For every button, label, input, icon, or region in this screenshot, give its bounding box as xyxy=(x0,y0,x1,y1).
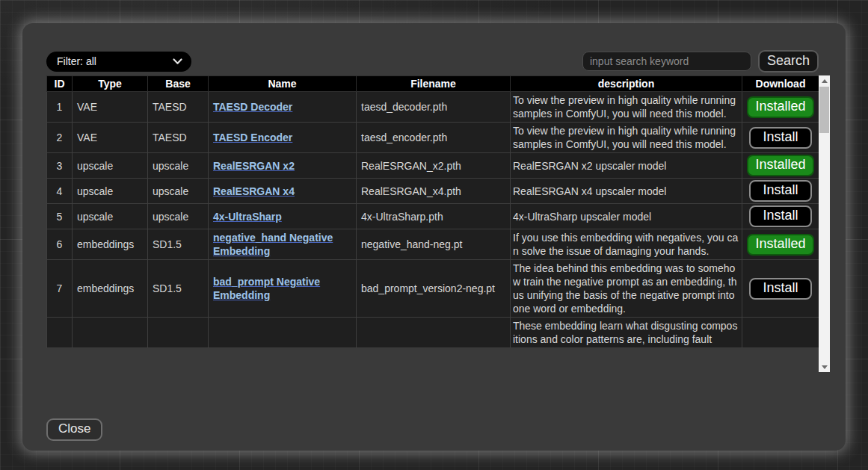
chevron-down-icon xyxy=(173,58,182,65)
cell-description: To view the preview in high quality whil… xyxy=(511,123,742,153)
model-name-link[interactable]: RealESRGAN x2 xyxy=(213,160,295,172)
cell-name: TAESD Decoder xyxy=(209,92,357,123)
cell-base: upscale xyxy=(148,204,209,229)
installed-button[interactable]: Installed xyxy=(747,155,813,176)
cell-name: RealESRGAN x4 xyxy=(209,179,357,204)
model-name-link[interactable]: TAESD Decoder xyxy=(213,101,292,113)
cell-id: 1 xyxy=(47,92,73,123)
cell-type xyxy=(73,318,148,348)
cell-filename: taesd_decoder.pth xyxy=(357,92,511,123)
table-header-row: IDTypeBaseNameFilenamedescriptionDownloa… xyxy=(47,76,819,92)
cell-filename xyxy=(357,318,511,348)
cell-download: Installed xyxy=(742,92,819,123)
cell-name: negative_hand Negative Embedding xyxy=(209,229,357,260)
cell-description: RealESRGAN x2 upscaler model xyxy=(511,153,742,179)
column-header-download: Download xyxy=(742,76,819,92)
toolbar: Filter: all Search xyxy=(46,50,819,72)
vertical-scrollbar[interactable] xyxy=(819,75,830,372)
cell-filename: bad_prompt_version2-neg.pt xyxy=(357,260,511,318)
cell-description: To view the preview in high quality whil… xyxy=(511,92,742,123)
table-row: 4upscaleupscaleRealESRGAN x4RealESRGAN_x… xyxy=(47,179,819,204)
cell-id: 7 xyxy=(47,260,73,318)
scroll-down-button[interactable] xyxy=(819,362,830,372)
cell-base: TAESD xyxy=(148,92,209,123)
cell-name: 4x-UltraSharp xyxy=(209,204,357,229)
cell-type: VAE xyxy=(73,92,148,123)
installed-button[interactable]: Installed xyxy=(747,96,813,118)
cell-type: VAE xyxy=(73,123,148,153)
search-button[interactable]: Search xyxy=(758,50,819,72)
cell-filename: 4x-UltraSharp.pth xyxy=(357,204,511,229)
cell-id: 5 xyxy=(47,204,73,229)
cell-download: Install xyxy=(742,260,819,318)
cell-filename: RealESRGAN_x2.pth xyxy=(357,153,511,179)
cell-filename: taesd_encoder.pth xyxy=(357,123,511,153)
cell-download: Installed xyxy=(742,153,819,179)
column-header-base: Base xyxy=(148,76,209,92)
model-name-link[interactable]: bad_prompt Negative Embedding xyxy=(213,276,320,301)
cell-download: Install xyxy=(742,123,819,153)
table-row: 5upscaleupscale4x-UltraSharp4x-UltraShar… xyxy=(47,204,819,229)
search-group: Search xyxy=(582,50,819,72)
table-row: 2VAETAESDTAESD Encodertaesd_encoder.pthT… xyxy=(47,123,819,153)
cell-base: upscale xyxy=(148,153,209,179)
cell-base: SD1.5 xyxy=(148,260,209,318)
cell-filename: RealESRGAN_x4.pth xyxy=(357,179,511,204)
cell-download: Installed xyxy=(742,229,819,260)
scroll-up-button[interactable] xyxy=(819,75,830,86)
install-button[interactable]: Install xyxy=(749,278,812,300)
table-row: 6embeddingsSD1.5negative_hand Negative E… xyxy=(47,229,819,260)
cell-download: Install xyxy=(742,204,819,229)
filter-select[interactable]: Filter: all xyxy=(46,52,191,72)
model-name-link[interactable]: 4x-UltraSharp xyxy=(213,211,282,223)
install-button[interactable]: Install xyxy=(749,205,812,227)
table-row: 1VAETAESDTAESD Decodertaesd_decoder.pthT… xyxy=(47,92,819,123)
close-button[interactable]: Close xyxy=(46,418,102,441)
model-table-container: IDTypeBaseNameFilenamedescriptionDownloa… xyxy=(46,75,830,372)
cell-description: The idea behind this embedding was to so… xyxy=(511,260,742,318)
cell-type: embeddings xyxy=(73,260,148,318)
model-manager-dialog: Filter: all Search IDTypeBaseNameFilenam… xyxy=(22,23,846,451)
cell-base xyxy=(148,318,209,348)
filter-select-label: Filter: all xyxy=(57,55,96,67)
column-header-description: description xyxy=(511,76,742,92)
arrow-up-icon xyxy=(822,79,828,83)
arrow-down-icon xyxy=(822,365,828,369)
cell-id: 6 xyxy=(47,229,73,260)
cell-description: If you use this embedding with negatives… xyxy=(511,229,742,260)
cell-name: bad_prompt Negative Embedding xyxy=(209,260,357,318)
search-input[interactable] xyxy=(582,52,751,71)
column-header-type: Type xyxy=(73,76,148,92)
model-name-link[interactable]: RealESRGAN x4 xyxy=(213,185,295,197)
cell-name xyxy=(209,318,357,348)
cell-id xyxy=(47,318,73,348)
cell-type: upscale xyxy=(73,179,148,204)
installed-button[interactable]: Installed xyxy=(747,234,813,256)
model-name-link[interactable]: negative_hand Negative Embedding xyxy=(213,232,333,257)
scrollbar-thumb[interactable] xyxy=(819,87,829,133)
cell-id: 3 xyxy=(47,153,73,179)
table-row: 7embeddingsSD1.5bad_prompt Negative Embe… xyxy=(47,260,819,318)
cell-base: TAESD xyxy=(148,123,209,153)
cell-id: 4 xyxy=(47,179,73,204)
model-name-link[interactable]: TAESD Encoder xyxy=(213,132,292,143)
column-header-name: Name xyxy=(209,76,357,92)
column-header-id: ID xyxy=(47,76,73,92)
cell-type: embeddings xyxy=(73,229,148,260)
cell-base: upscale xyxy=(148,179,209,204)
column-header-filename: Filename xyxy=(357,76,511,92)
install-button[interactable]: Install xyxy=(749,180,812,202)
cell-download: Install xyxy=(742,179,819,204)
cell-name: RealESRGAN x2 xyxy=(209,153,357,179)
cell-base: SD1.5 xyxy=(148,229,209,260)
cell-type: upscale xyxy=(73,204,148,229)
cell-id: 2 xyxy=(47,123,73,153)
cell-description: RealESRGAN x4 upscaler model xyxy=(511,179,742,204)
graph-canvas-background: Filter: all Search IDTypeBaseNameFilenam… xyxy=(0,0,868,470)
cell-name: TAESD Encoder xyxy=(209,123,357,153)
install-button[interactable]: Install xyxy=(749,127,812,149)
cell-description: 4x-UltraSharp upscaler model xyxy=(511,204,742,229)
cell-filename: negative_hand-neg.pt xyxy=(357,229,511,260)
cell-description: These embedding learn what disgusting co… xyxy=(511,318,742,348)
cell-type: upscale xyxy=(73,153,148,179)
